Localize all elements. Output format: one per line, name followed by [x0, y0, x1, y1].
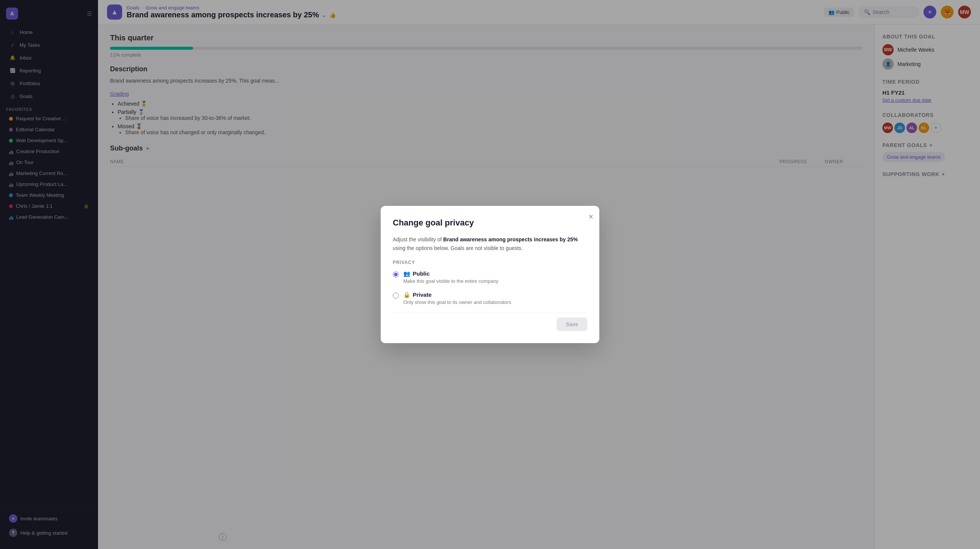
- private-option-label: Private: [413, 291, 431, 298]
- save-button[interactable]: Save: [557, 317, 587, 331]
- people-icon: 👥: [403, 271, 410, 277]
- lock-icon: 🔒: [403, 291, 410, 298]
- private-radio[interactable]: [393, 293, 399, 299]
- modal-footer: Save: [393, 313, 587, 331]
- modal-overlay[interactable]: × Change goal privacy Adjust the visibil…: [0, 0, 980, 549]
- public-option-label: Public: [413, 271, 430, 277]
- public-option-body: 👥 Public Make this goal visible to the e…: [403, 271, 498, 284]
- private-option-header: 🔒 Private: [403, 291, 511, 298]
- private-option[interactable]: 🔒 Private Only show this goal to its own…: [393, 291, 587, 305]
- modal-title: Change goal privacy: [393, 218, 587, 228]
- modal-close-button[interactable]: ×: [589, 212, 593, 222]
- privacy-section-label: Privacy: [393, 260, 587, 265]
- modal-description: Adjust the visibility of Brand awareness…: [393, 235, 587, 252]
- public-radio[interactable]: [393, 272, 399, 277]
- private-option-desc: Only show this goal to its owner and col…: [403, 299, 511, 305]
- private-option-body: 🔒 Private Only show this goal to its own…: [403, 291, 511, 305]
- modal-goal-name: Brand awareness among prospects increase…: [443, 236, 578, 242]
- change-privacy-modal: × Change goal privacy Adjust the visibil…: [381, 206, 599, 343]
- public-option-desc: Make this goal visible to the entire com…: [403, 278, 498, 284]
- public-option[interactable]: 👥 Public Make this goal visible to the e…: [393, 271, 587, 284]
- public-option-header: 👥 Public: [403, 271, 498, 277]
